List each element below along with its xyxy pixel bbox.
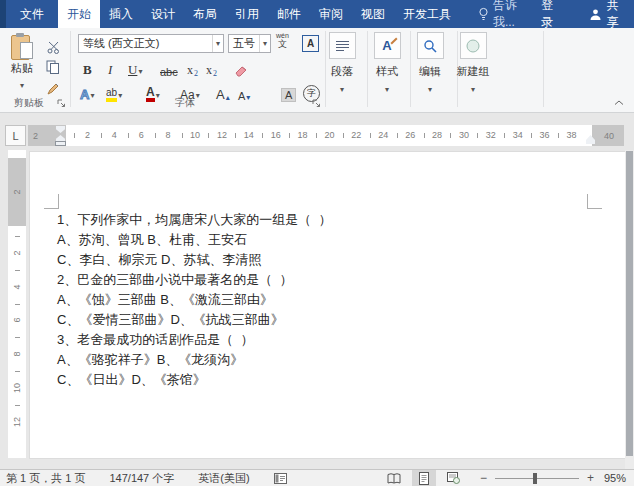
tab-home[interactable]: 开始 [58,0,100,28]
subscript-x: x [187,63,193,78]
ruler-number: 4 [8,270,26,304]
macro-record-button[interactable] [274,473,287,484]
underline-button[interactable]: U [128,60,142,78]
paragraph-group-label: 段落 [317,64,367,79]
zoom-level[interactable]: 95% [604,472,626,484]
horizontal-ruler[interactable]: 2 2468101214161820222426283032343638 40 [28,125,624,146]
word-count-status[interactable]: 147/147 个字 [109,471,174,486]
web-layout-icon [447,472,460,484]
page-number-status[interactable]: 第 1 页，共 1 页 [6,471,85,486]
phonetic-guide-button[interactable]: wén 文 [276,32,289,50]
ruler-right-margin: 40 [592,125,624,146]
document-text[interactable]: 1、下列作家中，均属唐宋八大家的一组是（ ）A、苏洵、曾巩 B、杜甫、王安石C、… [57,210,331,390]
ruler-number: 34 [504,125,531,146]
tab-review[interactable]: 审阅 [310,0,352,28]
ruler-number: 18 [289,125,316,146]
font-size-combobox[interactable]: 五号 [228,34,271,53]
font-dialog-launcher[interactable] [312,99,322,109]
ruler-number: 8 [8,337,26,371]
underline-dropdown-arrow[interactable] [138,60,142,78]
tab-file[interactable]: 文件 [6,0,58,28]
font-size-dropdown-arrow[interactable] [259,35,270,52]
person-icon [589,8,602,21]
ruler-number: 30 [450,125,477,146]
tab-layout[interactable]: 布局 [184,0,226,28]
clear-formatting-button[interactable] [233,59,250,77]
tab-references[interactable]: 引用 [226,0,268,28]
tab-design[interactable]: 设计 [142,0,184,28]
tell-me-label: 告诉我... [493,0,529,31]
document-line[interactable]: C、《日出》D、《茶馆》 [57,370,331,390]
ruler-number: 32 [477,125,504,146]
font-name-dropdown-arrow[interactable] [212,35,223,52]
tab-developer[interactable]: 开发工具 [394,0,460,28]
strikethrough-button[interactable]: abc [160,60,178,78]
clipboard-group-label: 剪贴板 [0,96,58,110]
paste-label: 粘贴 [11,61,33,76]
text-boundary-mark-top-right [587,194,602,209]
superscript-digit: 2 [213,69,217,78]
tell-me-box[interactable]: 告诉我... [474,0,533,28]
vertical-ruler[interactable]: 2 24681012 [8,150,26,458]
print-layout-button[interactable] [412,470,436,486]
tab-mailings[interactable]: 邮件 [268,0,310,28]
subscript-button[interactable]: x2 [187,60,198,78]
zoom-in-button[interactable] [587,471,594,485]
new-group-button[interactable]: 新建组 [443,32,503,94]
document-line[interactable]: C、《爱情三部曲》D、《抗战三部曲》 [57,310,331,330]
ruler-number: 26 [397,125,424,146]
document-page[interactable]: 1、下列作家中，均属唐宋八大家的一组是（ ）A、苏洵、曾巩 B、杜甫、王安石C、… [30,152,625,458]
tab-insert[interactable]: 插入 [100,0,142,28]
sign-in-button[interactable]: 登录 [533,0,569,28]
collapse-ribbon-button[interactable] [614,100,624,106]
document-line[interactable]: A、《骆驼祥子》B、《龙须沟》 [57,350,331,370]
chevron-up-icon [614,100,624,106]
web-layout-button[interactable] [442,470,466,486]
new-group-label: 新建组 [443,64,503,79]
document-line[interactable]: 1、下列作家中，均属唐宋八大家的一组是（ ） [57,210,331,230]
ruler-numbers: 2468101214161820222426283032343638 [66,125,592,146]
ribbon-tab-bar: 文件 开始 插入 设计 布局 引用 邮件 审阅 视图 开发工具 告诉我... 登… [0,0,634,28]
italic-button[interactable]: I [108,60,112,78]
document-line[interactable]: 2、巴金的三部曲小说中最著名的是（ ） [57,270,331,290]
ruler-number: 38 [558,125,585,146]
document-line[interactable]: A、《蚀》三部曲 B、《激流三部由》 [57,290,331,310]
zoom-out-button[interactable] [480,471,487,485]
superscript-button[interactable]: x2 [206,60,217,78]
cut-button[interactable] [46,36,61,54]
ribbon: 粘贴 剪贴板 等线 (西文正文) 五号 wén 文 A [0,28,634,113]
clipboard-dialog-launcher[interactable] [57,99,67,109]
ruler-number: 2 [8,236,26,270]
ruler-number: 6 [8,304,26,338]
zoom-slider[interactable] [495,478,579,479]
new-group-dropdown-arrow[interactable] [443,82,503,94]
left-indent-marker[interactable] [56,142,65,145]
read-mode-icon [387,473,401,484]
font-name-combobox[interactable]: 等线 (西文正文) [78,34,224,53]
ruler-number: 12 [8,405,26,439]
language-status[interactable]: 英语(美国) [198,471,249,486]
subscript-digit: 2 [194,69,198,78]
document-line[interactable]: A、苏洵、曾巩 B、杜甫、王安石 [57,230,331,250]
tab-stop-selector[interactable]: L [5,125,26,146]
bold-button[interactable]: B [83,60,92,78]
document-line[interactable]: 3、老舍最成功的话剧作品是（ ） [57,330,331,350]
format-painter-button[interactable] [46,78,60,96]
read-mode-button[interactable] [382,470,406,486]
new-group-icon [460,32,487,59]
paste-dropdown-arrow[interactable] [20,78,24,90]
tab-view[interactable]: 视图 [352,0,394,28]
ruler-number: 28 [424,125,451,146]
paragraph-group-button[interactable]: 段落 [317,32,367,94]
copy-button[interactable] [46,56,60,74]
vertical-scrollbar[interactable] [625,150,634,469]
zoom-slider-thumb[interactable] [533,473,537,484]
paragraph-dropdown-arrow[interactable] [317,82,367,94]
document-line[interactable]: C、李白、柳宗元 D、苏轼、李清照 [57,250,331,270]
share-button[interactable]: 共享 [589,0,624,28]
ruler-top-margin: 2 [8,158,26,226]
font-group-label: 字体 [70,96,300,110]
scrollbar-thumb[interactable] [626,151,633,456]
clipboard-icon [11,33,33,59]
paste-button[interactable]: 粘贴 [5,33,39,90]
